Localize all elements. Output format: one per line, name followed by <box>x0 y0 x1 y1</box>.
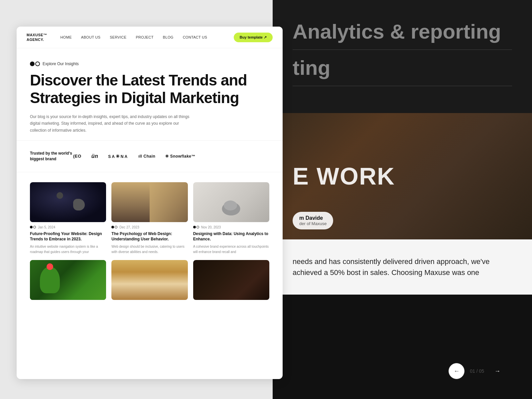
blog-section: Jan 5, 2024 Future-Proofing Your Website… <box>17 172 283 314</box>
blog-title-1: Future-Proofing Your Website: Design Tre… <box>30 231 106 242</box>
blog-title-2: The Psychology of Web Design: Understand… <box>111 231 188 242</box>
blog-meta-1: Jan 5, 2024 <box>30 225 106 229</box>
meta-date-3: Nov 20, 2023 <box>201 225 221 229</box>
meta-dot-outline <box>33 226 36 228</box>
blog-image-2 <box>111 182 188 222</box>
next-button[interactable]: → <box>489 363 505 379</box>
meta-dot-filled <box>30 226 33 228</box>
meta-dots-1 <box>30 226 36 228</box>
brand-snowflake: ❊ Snowflake™ <box>165 154 196 159</box>
analytics-divider-2 <box>293 86 512 86</box>
meta-dot-outline-3 <box>197 226 199 228</box>
brand-ceo: (EO <box>73 154 81 159</box>
hero-description: Our blog is your source for in-depth ins… <box>30 113 190 134</box>
meta-dot-filled-3 <box>193 226 196 228</box>
meta-date-1: Jan 5, 2024 <box>38 225 55 229</box>
dot-filled <box>30 62 35 66</box>
meta-dot-filled-2 <box>111 226 114 228</box>
blog-excerpt-1: An intuitive website navigation system i… <box>30 244 106 255</box>
blog-card-4[interactable] <box>30 260 106 303</box>
pagination: ← 01 / 05 → <box>449 363 505 379</box>
blog-image-5 <box>111 260 188 300</box>
blog-image-1 <box>30 182 106 222</box>
blog-meta-2: Dec 27, 2023 <box>111 225 188 229</box>
explore-label: Explore Our Insights <box>43 62 79 66</box>
nav-about[interactable]: ABOUT US <box>81 35 100 39</box>
trusted-text: Trusted by the world'sbiggest brand <box>30 151 73 162</box>
nav-service[interactable]: SERVICE <box>110 35 126 39</box>
hero-section: Explore Our Insights Discover the Latest… <box>17 48 283 140</box>
davide-bubble: m Davide der of Maxuse <box>293 212 333 229</box>
navbar: MAXUSE™ AGENCY. HOME ABOUT US SERVICE PR… <box>17 27 283 48</box>
right-image-overlay: E WORK m Davide der of Maxuse <box>273 113 532 239</box>
logo: MAXUSE™ AGENCY. <box>27 33 47 42</box>
main-panel: MAXUSE™ AGENCY. HOME ABOUT US SERVICE PR… <box>17 27 283 379</box>
prev-button[interactable]: ← <box>449 363 465 379</box>
analytics-sub-text: ting <box>293 57 512 79</box>
work-label: E WORK <box>293 163 395 190</box>
hero-title: Discover the Latest Trends andStrategies… <box>30 71 269 107</box>
analytics-divider <box>293 50 512 50</box>
brand-chain: ıll Chain <box>138 154 155 159</box>
blog-card-6[interactable] <box>193 260 269 303</box>
brand-saona: SA✳NA <box>108 154 128 159</box>
blog-excerpt-3: A cohesive brand experience across all t… <box>193 244 269 255</box>
davide-role: der of Maxuse <box>299 221 327 226</box>
blog-image-6 <box>193 260 269 300</box>
blog-card-2[interactable]: Dec 27, 2023 The Psychology of Web Desig… <box>111 182 188 255</box>
blog-grid: Jan 5, 2024 Future-Proofing Your Website… <box>30 182 269 304</box>
explore-dot <box>30 62 40 66</box>
nav-contact[interactable]: CONTACT US <box>183 35 207 39</box>
analytics-header: Analytics & reporting ting <box>273 0 532 113</box>
explore-tag: Explore Our Insights <box>30 62 269 66</box>
blog-title-3: Designing with Data: Using Analytics to … <box>193 231 269 242</box>
blog-card-3[interactable]: Nov 20, 2023 Designing with Data: Using … <box>193 182 269 255</box>
blog-meta-3: Nov 20, 2023 <box>193 225 269 229</box>
nav-project[interactable]: PROJECT <box>136 35 153 39</box>
brand-logos: (EO ün SA✳NA ıll Chain ❊ Snowflake™ <box>73 153 269 159</box>
nav-blog[interactable]: BLOG <box>163 35 174 39</box>
testimonial-text: needs and has consistently delivered dri… <box>293 256 512 278</box>
meta-dots-2 <box>111 226 117 228</box>
blog-image-4 <box>30 260 106 300</box>
blog-image-3 <box>193 182 269 222</box>
analytics-title: Analytics & reporting <box>293 20 512 43</box>
blog-card-1[interactable]: Jan 5, 2024 Future-Proofing Your Website… <box>30 182 106 255</box>
meta-dot-outline-2 <box>115 226 117 228</box>
right-image-area: E WORK m Davide der of Maxuse <box>273 113 532 239</box>
brands-section: Trusted by the world'sbiggest brand (EO … <box>17 140 283 172</box>
pagination-count: 01 / 05 <box>470 368 484 374</box>
blog-card-5[interactable] <box>111 260 188 303</box>
davide-name: m Davide <box>299 215 327 221</box>
brand-un: ün <box>91 153 98 159</box>
meta-dots-3 <box>193 226 199 228</box>
blog-excerpt-2: Web design should be inclusive, catering… <box>111 244 188 255</box>
right-testimonial: needs and has consistently delivered dri… <box>273 239 532 295</box>
dot-outline <box>35 62 40 66</box>
buy-template-button[interactable]: Buy template ↗ <box>234 33 273 42</box>
meta-date-2: Dec 27, 2023 <box>119 225 139 229</box>
nav-home[interactable]: HOME <box>61 35 72 39</box>
nav-links: HOME ABOUT US SERVICE PROJECT BLOG CONTA… <box>61 35 234 39</box>
